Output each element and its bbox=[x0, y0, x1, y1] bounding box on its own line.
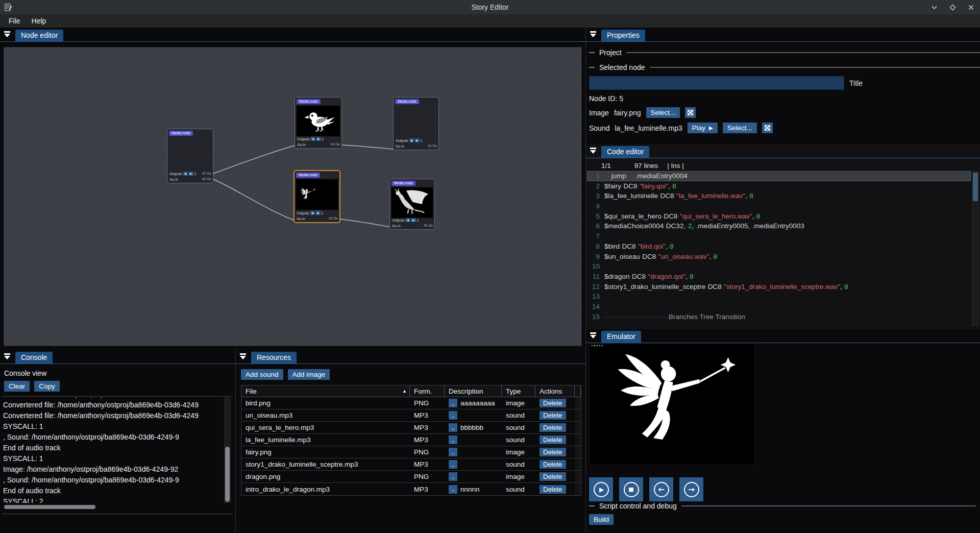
increment-icon[interactable]: ▶ bbox=[189, 172, 193, 176]
delete-button[interactable]: Delete bbox=[540, 448, 566, 456]
console-vscrollbar[interactable] bbox=[224, 398, 231, 503]
boxed-x-icon bbox=[688, 110, 693, 115]
go-in-port-label: Go in bbox=[396, 144, 404, 148]
build-button[interactable]: Build bbox=[589, 514, 614, 525]
delete-button[interactable]: Delete bbox=[540, 460, 566, 469]
fairy-image bbox=[593, 348, 749, 462]
menu-file[interactable]: File bbox=[3, 15, 26, 27]
sound-value: la_fee_luminelle.mp3 bbox=[615, 124, 682, 132]
node-dragon[interactable]: Media nodeOutputs◀▶1Go in#1 Go bbox=[389, 179, 435, 230]
copy-button[interactable]: Copy bbox=[34, 381, 60, 392]
add-image-button[interactable]: Add image bbox=[288, 369, 330, 380]
edit-description-button[interactable]: .. bbox=[449, 435, 457, 444]
type-cell: sound bbox=[502, 411, 535, 419]
edit-description-button[interactable]: .. bbox=[449, 485, 457, 494]
console-resources-splitter[interactable] bbox=[235, 350, 236, 533]
menu-help[interactable]: Help bbox=[26, 15, 52, 27]
emulator-forward-button[interactable]: → bbox=[679, 477, 703, 501]
delete-button[interactable]: Delete bbox=[540, 399, 566, 407]
node-canvas[interactable]: Media nodeOutputs◀▶2Go in#1 Go#2 GoMedia… bbox=[4, 47, 582, 346]
sound-play-button[interactable]: Play▶ bbox=[688, 123, 718, 133]
edit-description-button[interactable]: .. bbox=[449, 399, 457, 407]
tab-console[interactable]: Console bbox=[15, 352, 53, 364]
column-header-description[interactable]: Description bbox=[445, 385, 502, 397]
image-select-button[interactable]: Select... bbox=[646, 107, 680, 118]
code-editor-panel: Code editor 1/1 97 lines | Ins | 1→jump·… bbox=[586, 144, 980, 329]
collapse-icon[interactable] bbox=[4, 31, 10, 37]
line-number: 3 bbox=[587, 191, 604, 201]
decrement-icon[interactable]: ◀ bbox=[409, 138, 414, 142]
sound-select-button[interactable]: Select... bbox=[723, 123, 757, 133]
emulator-back-button[interactable]: ← bbox=[649, 477, 673, 501]
decrement-icon[interactable]: ◀ bbox=[311, 137, 315, 141]
actions-cell: Delete bbox=[535, 423, 575, 432]
console-line: , Sound: /home/anthony/ostproj/ba869e4b-… bbox=[3, 475, 222, 486]
emulator-play-button[interactable]: ▶ bbox=[589, 477, 613, 501]
minimize-icon[interactable] bbox=[930, 3, 938, 11]
code-scrollbar[interactable] bbox=[972, 171, 979, 326]
delete-button[interactable]: Delete bbox=[540, 472, 566, 481]
node-fairy[interactable]: Media nodeOutputs◀▶1Go in#1 Go bbox=[293, 170, 340, 223]
add-sound-button[interactable]: Add sound bbox=[241, 369, 283, 380]
console-hscrollbar-thumb[interactable] bbox=[4, 505, 95, 509]
console-hscrollbar[interactable] bbox=[4, 505, 222, 510]
console-vscrollbar-thumb[interactable] bbox=[225, 447, 230, 502]
line-number: 7 bbox=[587, 231, 604, 241]
collapse-icon[interactable] bbox=[4, 353, 10, 359]
column-header-file[interactable]: File ▲ bbox=[241, 385, 410, 397]
code-line: 9$un_oiseau·DC8·"un_oiseau.wav",·8 bbox=[587, 252, 971, 262]
collapse-icon[interactable] bbox=[590, 332, 596, 338]
decrement-icon[interactable]: ◀ bbox=[310, 211, 315, 215]
collapse-icon[interactable] bbox=[590, 31, 596, 37]
emulator-stop-button[interactable]: ■ bbox=[619, 477, 643, 501]
code-scrollbar-thumb[interactable] bbox=[973, 173, 978, 201]
edit-description-button[interactable]: .. bbox=[449, 411, 457, 420]
delete-button[interactable]: Delete bbox=[540, 423, 566, 432]
tab-node-editor[interactable]: Node editor bbox=[15, 30, 63, 41]
image-clear-button[interactable] bbox=[685, 107, 696, 118]
tab-emulator[interactable]: Emulator bbox=[601, 331, 641, 343]
clear-button[interactable]: Clear bbox=[4, 381, 30, 392]
increment-icon[interactable]: ▶ bbox=[411, 218, 416, 222]
delete-button[interactable]: Delete bbox=[540, 435, 566, 444]
column-header-type[interactable]: Type bbox=[502, 385, 535, 397]
title-input[interactable] bbox=[589, 76, 844, 90]
increment-icon[interactable]: ▶ bbox=[316, 211, 321, 215]
output-port-label: #1 Go bbox=[202, 172, 211, 175]
window-controls bbox=[930, 0, 975, 14]
maximize-icon[interactable] bbox=[948, 3, 957, 11]
table-row: intro_drako_le_dragon.mp3MP3..nnnnnsound… bbox=[241, 483, 581, 495]
decrement-icon[interactable]: ◀ bbox=[183, 172, 188, 176]
delete-button[interactable]: Delete bbox=[540, 411, 566, 420]
collapse-icon[interactable] bbox=[239, 353, 246, 359]
column-header-format[interactable]: Form. bbox=[410, 385, 445, 397]
emulator-screen bbox=[589, 344, 755, 465]
tab-resources[interactable]: Resources bbox=[251, 352, 297, 364]
table-row: story1_drako_luminelle_sceptre.mp3MP3..s… bbox=[241, 458, 581, 471]
code-text-area[interactable]: 1→jump····.mediaEntry00042$fairy·DC8·"fa… bbox=[587, 171, 971, 326]
tab-properties[interactable]: Properties bbox=[601, 30, 645, 41]
edit-description-button[interactable]: .. bbox=[449, 460, 457, 469]
titlebar: Story Editor bbox=[0, 0, 980, 14]
edit-description-button[interactable]: .. bbox=[449, 448, 457, 456]
tab-code-editor[interactable]: Code editor bbox=[601, 146, 649, 158]
delete-button[interactable]: Delete bbox=[540, 485, 566, 494]
edit-description-button[interactable]: .. bbox=[449, 472, 457, 481]
sound-clear-button[interactable] bbox=[762, 123, 773, 133]
edit-description-button[interactable]: .. bbox=[449, 423, 457, 432]
decrement-icon[interactable]: ◀ bbox=[406, 218, 410, 222]
column-header-actions[interactable]: Actions bbox=[535, 385, 575, 397]
code-line: 3$la_fee_luminelle·DC8·"la_fee_luminelle… bbox=[587, 191, 971, 201]
fairy-thumbnail bbox=[296, 179, 338, 210]
console-log[interactable]: , Sound: /home/anthony/ostproj/ba869e4b-… bbox=[3, 398, 222, 503]
emulator-panel: Emulator ▶ ■ ← → Script control and debu… bbox=[586, 329, 980, 533]
node-bird[interactable]: Media nodeOutputs◀▶1Go in#1 Go bbox=[295, 97, 342, 149]
increment-icon[interactable]: ▶ bbox=[316, 137, 321, 141]
console-line: Convertered file: /home/anthony/ostproj/… bbox=[3, 400, 222, 410]
collapse-icon[interactable] bbox=[590, 148, 596, 154]
close-icon[interactable] bbox=[967, 3, 975, 11]
node-start[interactable]: Media nodeOutputs◀▶2Go in#1 Go#2 Go bbox=[167, 129, 213, 183]
increment-icon[interactable]: ▶ bbox=[415, 138, 420, 142]
node-choice[interactable]: Media nodeOutputs◀▶1Go in#1 Go bbox=[393, 97, 439, 150]
vertical-splitter[interactable] bbox=[585, 28, 586, 533]
